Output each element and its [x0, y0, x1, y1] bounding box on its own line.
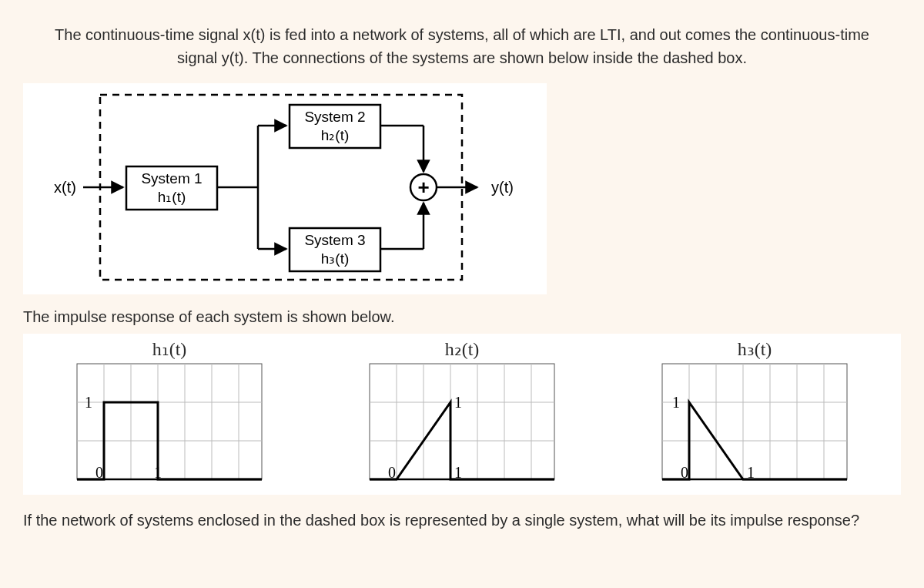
- sum-symbol: +: [417, 176, 429, 199]
- plot-h1-svg: 0 1 1: [62, 360, 277, 487]
- plot-h3-svg: 0 1 1: [647, 360, 862, 487]
- plot-h1: h₁(t) 0 1 1: [31, 338, 308, 490]
- plot-h2-x0: 0: [388, 464, 396, 481]
- plot-h3-y1: 1: [672, 394, 680, 411]
- plot-h1-x0: 0: [95, 464, 103, 481]
- plot-h2: h₂(t) 0 1 1: [323, 338, 601, 490]
- plot-h1-title: h₁(t): [31, 338, 308, 360]
- problem-statement: The continuous-time signal x(t) is fed i…: [23, 23, 901, 69]
- block-diagram-svg: x(t) System 1 h₁(t) System 2 h₂(t) Syste…: [46, 91, 524, 284]
- plot-h2-frame: [370, 364, 554, 479]
- question-text: If the network of systems enclosed in th…: [23, 512, 901, 529]
- plot-h2-y1: 1: [454, 394, 462, 411]
- impulse-response-caption: The impulse response of each system is s…: [23, 308, 901, 326]
- system-3-name: System 3: [304, 232, 365, 248]
- plot-h3-x1: 1: [747, 464, 755, 481]
- system-1-name: System 1: [141, 170, 202, 186]
- block-diagram-panel: x(t) System 1 h₁(t) System 2 h₂(t) Syste…: [23, 83, 547, 294]
- plot-h3-title: h₃(t): [616, 338, 893, 360]
- plot-h2-title: h₂(t): [323, 338, 601, 360]
- prompt-line-1: The continuous-time signal x(t) is fed i…: [55, 26, 869, 43]
- plot-h1-y1: 1: [85, 394, 92, 411]
- impulse-response-plots: h₁(t) 0 1 1 h₂(t: [23, 334, 901, 495]
- input-label: x(t): [54, 179, 76, 196]
- plot-h2-svg: 0 1 1: [354, 360, 570, 487]
- system-2-name: System 2: [304, 109, 365, 125]
- system-3-func: h₃(t): [321, 250, 350, 267]
- plot-h3-x0: 0: [681, 464, 688, 481]
- system-1-func: h₁(t): [158, 189, 186, 205]
- plot-h3: h₃(t) 0 1 1: [616, 338, 893, 490]
- output-label: y(t): [491, 179, 514, 196]
- prompt-line-2: signal y(t). The connections of the syst…: [177, 49, 747, 66]
- plot-h1-x1: 1: [154, 464, 162, 481]
- plot-h2-x1: 1: [454, 464, 462, 481]
- system-2-func: h₂(t): [321, 127, 350, 143]
